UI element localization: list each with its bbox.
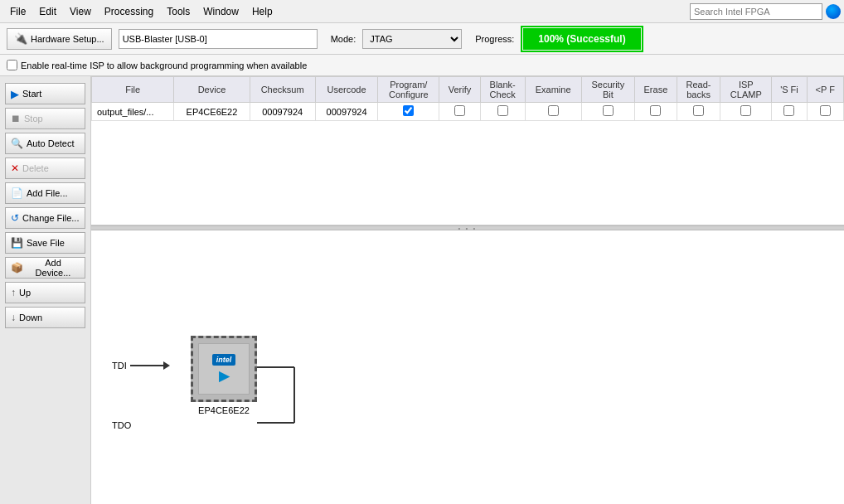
menu-processing[interactable]: Processing bbox=[98, 4, 160, 19]
mode-select[interactable]: JTAGActive SerialPassive Serial bbox=[362, 29, 462, 49]
add-device-label: Add Device... bbox=[27, 258, 80, 278]
change-file-icon: ↺ bbox=[11, 212, 19, 224]
mode-label: Mode: bbox=[331, 34, 357, 44]
start-label: Start bbox=[22, 89, 41, 99]
tdi-arrow bbox=[130, 361, 170, 370]
up-label: Up bbox=[19, 288, 31, 298]
search-area bbox=[690, 3, 841, 20]
col-usercode: Usercode bbox=[315, 77, 378, 103]
col-readbacks: Read-backs bbox=[677, 77, 720, 103]
menu-tools[interactable]: Tools bbox=[160, 4, 196, 19]
up-button[interactable]: ↑ Up bbox=[5, 282, 85, 303]
delete-button[interactable]: ✕ Delete bbox=[5, 158, 85, 179]
down-icon: ↓ bbox=[11, 312, 16, 323]
col-isp: ISPCLAMP bbox=[720, 77, 772, 103]
sidebar: ▶ Start ⏹ Stop 🔍 Auto Detect ✕ Delete 📄 … bbox=[0, 76, 91, 504]
menu-bar: File Edit View Processing Tools Window H… bbox=[0, 0, 844, 23]
chip-diagram: TDI intel ▶ EP4CE6E22 bbox=[191, 336, 257, 415]
menu-window[interactable]: Window bbox=[196, 4, 245, 19]
tdo-label: TDO bbox=[112, 420, 131, 430]
stop-icon: ⏹ bbox=[11, 113, 21, 124]
detect-icon: 🔍 bbox=[11, 138, 23, 149]
change-file-button[interactable]: ↺ Change File... bbox=[5, 207, 85, 229]
up-icon: ↑ bbox=[11, 287, 16, 298]
globe-icon bbox=[826, 4, 841, 19]
col-security: SecurityBit bbox=[581, 77, 634, 103]
save-file-button[interactable]: 💾 Save File bbox=[5, 232, 85, 254]
isp-label[interactable]: Enable real-time ISP to allow background… bbox=[21, 61, 307, 70]
add-device-button[interactable]: 📦 Add Device... bbox=[5, 257, 85, 279]
col-erase: Erase bbox=[634, 77, 677, 103]
save-file-label: Save File bbox=[27, 238, 65, 248]
progress-box: 100% (Successful) bbox=[523, 28, 640, 50]
stop-label: Stop bbox=[24, 114, 43, 124]
tdi-row: TDI bbox=[112, 361, 170, 371]
col-file: File bbox=[92, 77, 174, 103]
chip-name-label: EP4CE6E22 bbox=[191, 405, 257, 415]
start-button[interactable]: ▶ Start bbox=[5, 83, 85, 104]
col-blank: Blank-Check bbox=[480, 77, 525, 103]
main-area: ▶ Start ⏹ Stop 🔍 Auto Detect ✕ Delete 📄 … bbox=[0, 76, 844, 504]
hardware-setup-label: Hardware Setup... bbox=[31, 34, 104, 44]
content-area: File Device Checksum Usercode Program/Co… bbox=[91, 76, 844, 504]
isp-checkbox[interactable] bbox=[7, 60, 17, 70]
stop-button[interactable]: ⏹ Stop bbox=[5, 108, 85, 129]
col-device: Device bbox=[174, 77, 250, 103]
col-checksum: Checksum bbox=[250, 77, 315, 103]
isp-row: Enable real-time ISP to allow background… bbox=[0, 55, 844, 76]
tdi-label: TDI bbox=[112, 361, 127, 371]
menu-file[interactable]: File bbox=[3, 4, 32, 19]
delete-icon: ✕ bbox=[11, 162, 19, 174]
hardware-input[interactable] bbox=[119, 29, 318, 49]
col-program: Program/Configure bbox=[378, 77, 439, 103]
col-sf: 'S Fi bbox=[772, 77, 807, 103]
delete-label: Delete bbox=[22, 163, 49, 173]
chip-output-lines bbox=[257, 361, 423, 443]
search-input[interactable] bbox=[690, 3, 822, 20]
intel-logo: intel bbox=[212, 354, 235, 366]
add-device-icon: 📦 bbox=[11, 262, 23, 274]
add-file-button[interactable]: 📄 Add File... bbox=[5, 182, 85, 204]
menu-view[interactable]: View bbox=[63, 4, 98, 19]
devices-table: File Device Checksum Usercode Program/Co… bbox=[91, 76, 844, 121]
col-verify: Verify bbox=[439, 77, 480, 103]
start-icon: ▶ bbox=[11, 88, 19, 100]
table-area: File Device Checksum Usercode Program/Co… bbox=[91, 76, 844, 225]
save-icon: 💾 bbox=[11, 237, 23, 249]
chip-box: intel ▶ bbox=[191, 336, 257, 402]
add-file-icon: 📄 bbox=[11, 187, 23, 199]
auto-detect-button[interactable]: 🔍 Auto Detect bbox=[5, 133, 85, 154]
down-label: Down bbox=[19, 313, 42, 322]
hardware-setup-button[interactable]: 🔌 Hardware Setup... bbox=[7, 28, 112, 50]
down-button[interactable]: ↓ Down bbox=[5, 307, 85, 328]
progress-outer: 100% (Successful) bbox=[521, 26, 643, 52]
col-pf: <P F bbox=[807, 77, 843, 103]
progress-label: Progress: bbox=[475, 34, 514, 44]
chip-play-icon: ▶ bbox=[219, 368, 229, 384]
menu-help[interactable]: Help bbox=[245, 4, 279, 19]
auto-detect-label: Auto Detect bbox=[27, 138, 74, 148]
diagram-area: TDI intel ▶ EP4CE6E22 bbox=[91, 230, 844, 504]
col-examine: Examine bbox=[525, 77, 581, 103]
chip-inner: intel ▶ bbox=[198, 343, 250, 395]
add-file-label: Add File... bbox=[27, 188, 68, 198]
table-row: output_files/...EP4CE6E22000979240009792… bbox=[92, 103, 844, 121]
menu-edit[interactable]: Edit bbox=[32, 4, 63, 19]
toolbar: 🔌 Hardware Setup... Mode: JTAGActive Ser… bbox=[0, 23, 844, 55]
hardware-icon: 🔌 bbox=[14, 32, 27, 45]
change-file-label: Change File... bbox=[22, 213, 79, 223]
